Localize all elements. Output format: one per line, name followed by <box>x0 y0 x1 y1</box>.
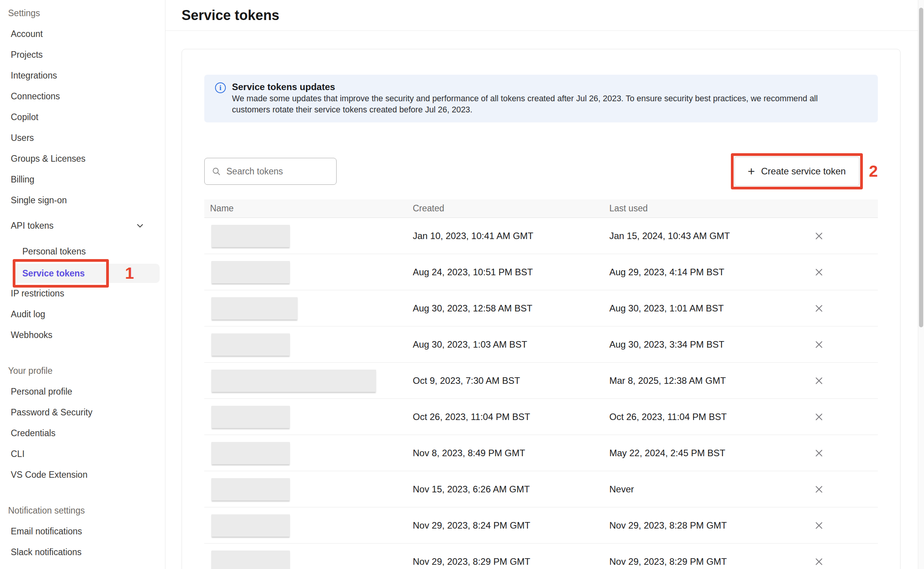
sidebar-section-settings: Settings <box>8 3 165 23</box>
close-icon[interactable] <box>813 520 825 531</box>
chevron-down-icon <box>135 221 145 231</box>
table-row: Nov 15, 2023, 6:26 AM GMT Never <box>204 471 878 507</box>
token-name-placeholder <box>211 406 290 428</box>
last-used-cell: Nov 29, 2023, 8:28 PM GMT <box>609 520 790 531</box>
search-input[interactable] <box>227 166 330 177</box>
created-cell: Jan 10, 2023, 10:41 AM GMT <box>413 231 609 241</box>
created-cell: Nov 29, 2023, 8:24 PM GMT <box>413 520 609 531</box>
created-cell: Nov 8, 2023, 8:49 PM GMT <box>413 448 609 459</box>
table-row: Nov 29, 2023, 8:29 PM GMT Nov 29, 2023, … <box>204 544 878 569</box>
sidebar-item-password-security[interactable]: Password & Security <box>8 402 165 423</box>
sidebar-item-single-sign-on[interactable]: Single sign-on <box>8 190 165 211</box>
token-name-placeholder <box>211 225 290 247</box>
created-cell: Aug 30, 2023, 1:03 AM BST <box>413 339 609 350</box>
main-content: Service tokens i Service tokens updates … <box>165 0 924 569</box>
close-icon[interactable] <box>813 556 825 567</box>
tokens-table: Name Created Last used Jan 10, 2023, 10:… <box>204 199 878 569</box>
token-name-placeholder <box>211 442 290 464</box>
last-used-cell: Jan 15, 2024, 10:43 AM GMT <box>609 231 790 241</box>
sidebar-item-projects[interactable]: Projects <box>8 44 165 65</box>
close-icon[interactable] <box>813 230 825 242</box>
sidebar-item-personal-profile[interactable]: Personal profile <box>8 381 165 402</box>
close-icon[interactable] <box>813 375 825 387</box>
last-used-cell: Oct 26, 2023, 11:04 PM BST <box>609 412 790 422</box>
close-icon[interactable] <box>813 266 825 278</box>
sidebar-item-ip-restrictions[interactable]: IP restrictions <box>8 283 165 304</box>
annotation-box-2: + Create service token <box>731 153 863 189</box>
create-service-token-label: Create service token <box>761 166 846 177</box>
sidebar-item-audit-log[interactable]: Audit log <box>8 304 165 325</box>
created-cell: Aug 30, 2023, 12:58 AM BST <box>413 303 609 314</box>
sidebar-item-cli[interactable]: CLI <box>8 443 165 464</box>
token-name-placeholder <box>211 478 290 500</box>
created-cell: Oct 26, 2023, 11:04 PM BST <box>413 412 609 422</box>
sidebar-item-copilot[interactable]: Copilot <box>8 107 165 127</box>
token-name-placeholder <box>211 514 290 537</box>
created-cell: Nov 29, 2023, 8:29 PM GMT <box>413 556 609 567</box>
token-name-placeholder <box>211 551 290 569</box>
column-header-last-used: Last used <box>609 203 790 214</box>
sidebar-item-webhooks[interactable]: Webhooks <box>8 325 165 345</box>
sidebar-item-slack-notifications[interactable]: Slack notifications <box>8 542 165 562</box>
annotation-step-1: 1 <box>125 264 134 283</box>
token-name-placeholder <box>211 370 376 392</box>
created-cell: Nov 15, 2023, 6:26 AM GMT <box>413 484 609 495</box>
column-header-created: Created <box>413 203 609 214</box>
sidebar-item-integrations[interactable]: Integrations <box>8 65 165 86</box>
last-used-cell: Never <box>609 484 790 495</box>
table-row: Jan 10, 2023, 10:41 AM GMT Jan 15, 2024,… <box>204 218 878 254</box>
last-used-cell: Aug 29, 2023, 4:14 PM BST <box>609 267 790 278</box>
close-icon[interactable] <box>813 484 825 495</box>
sidebar-item-credentials[interactable]: Credentials <box>8 423 165 443</box>
table-row: Oct 26, 2023, 11:04 PM BST Oct 26, 2023,… <box>204 399 878 435</box>
sidebar-item-groups-licenses[interactable]: Groups & Licenses <box>8 148 165 169</box>
info-banner: i Service tokens updates We made some up… <box>204 75 878 122</box>
token-name-placeholder <box>211 333 290 356</box>
sidebar-item-vs-code-extension[interactable]: VS Code Extension <box>8 464 165 485</box>
service-tokens-card: i Service tokens updates We made some up… <box>182 49 901 569</box>
create-token-area: + Create service token 2 <box>731 153 878 189</box>
sidebar-item-users[interactable]: Users <box>8 127 165 148</box>
scrollbar-thumb[interactable] <box>919 8 923 327</box>
page-title: Service tokens <box>182 7 279 23</box>
sidebar-item-billing[interactable]: Billing <box>8 169 165 190</box>
token-name-placeholder <box>211 297 298 320</box>
table-row: Aug 30, 2023, 1:03 AM BST Aug 30, 2023, … <box>204 326 878 363</box>
settings-sidebar: Settings Account Projects Integrations C… <box>0 0 165 569</box>
sidebar-item-account[interactable]: Account <box>8 23 165 44</box>
annotation-step-2: 2 <box>869 162 878 181</box>
scrollbar-track[interactable] <box>918 0 924 569</box>
last-used-cell: Aug 30, 2023, 3:34 PM BST <box>609 339 790 350</box>
sidebar-item-api-tokens[interactable]: API tokens <box>8 215 165 236</box>
app-root: Settings Account Projects Integrations C… <box>0 0 924 569</box>
last-used-cell: Nov 29, 2023, 8:29 PM GMT <box>609 556 790 567</box>
api-tokens-label: API tokens <box>11 221 53 231</box>
close-icon[interactable] <box>813 411 825 423</box>
table-row: Oct 9, 2023, 7:30 AM BST Mar 8, 2025, 12… <box>204 363 878 399</box>
plus-icon: + <box>748 165 755 177</box>
created-cell: Aug 24, 2023, 10:51 PM BST <box>413 267 609 278</box>
table-row: Nov 8, 2023, 8:49 PM GMT May 22, 2024, 2… <box>204 435 878 471</box>
column-header-name: Name <box>204 203 413 214</box>
sidebar-item-service-tokens[interactable]: Service tokens <box>13 264 160 283</box>
sidebar-item-personal-tokens[interactable]: Personal tokens <box>8 241 165 262</box>
sidebar-item-connections[interactable]: Connections <box>8 86 165 107</box>
sidebar-item-email-notifications[interactable]: Email notifications <box>8 521 165 542</box>
last-used-cell: May 22, 2024, 2:45 PM BST <box>609 448 790 459</box>
service-tokens-label: Service tokens <box>22 268 85 279</box>
last-used-cell: Aug 30, 2023, 1:01 AM BST <box>609 303 790 314</box>
search-input-wrapper[interactable] <box>204 158 337 185</box>
close-icon[interactable] <box>813 339 825 350</box>
close-icon[interactable] <box>813 447 825 459</box>
table-row: Nov 29, 2023, 8:24 PM GMT Nov 29, 2023, … <box>204 507 878 544</box>
table-row: Aug 30, 2023, 12:58 AM BST Aug 30, 2023,… <box>204 290 878 326</box>
info-icon: i <box>215 82 226 93</box>
banner-body-line1: We made some updates that improve the se… <box>232 93 818 104</box>
close-icon[interactable] <box>813 303 825 314</box>
banner-body-line2: customers rotate their service tokens cr… <box>232 104 818 115</box>
create-service-token-button[interactable]: + Create service token <box>734 157 859 186</box>
banner-text: Service tokens updates We made some upda… <box>232 81 818 115</box>
table-toolbar: + Create service token 2 <box>204 153 878 189</box>
sidebar-section-notification-settings: Notification settings <box>8 500 165 521</box>
table-header-row: Name Created Last used <box>204 199 878 218</box>
